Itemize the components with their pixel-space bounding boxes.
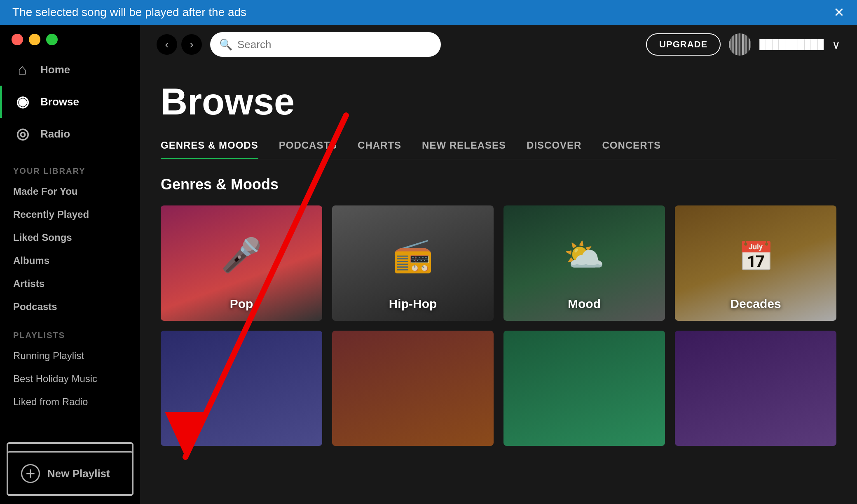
radio-icon: ◎: [13, 125, 31, 142]
mood-icon: ⛅: [564, 236, 605, 275]
upgrade-button[interactable]: UPGRADE: [646, 33, 721, 56]
traffic-light-yellow[interactable]: [29, 34, 40, 45]
traffic-light-red[interactable]: [12, 34, 23, 45]
sidebar-item-radio[interactable]: ◎ Radio: [0, 118, 140, 150]
nav-arrows: ‹ ›: [157, 34, 202, 55]
sidebar: ⌂ Home ◉ Browse ◎ Radio YOUR LIBRARY Mad…: [0, 25, 140, 504]
pop-label: Pop: [161, 297, 322, 311]
back-button[interactable]: ‹: [157, 34, 177, 55]
username-text: ██████████: [759, 39, 824, 50]
sidebar-item-home[interactable]: ⌂ Home: [0, 54, 140, 86]
top-bar: ‹ › 🔍 UPGRADE ██████████ ∨: [140, 25, 857, 64]
sidebar-item-browse-label: Browse: [40, 96, 79, 108]
decades-icon: 📅: [738, 240, 774, 273]
ad-notification-text: The selected song will be played after t…: [12, 6, 834, 19]
traffic-light-green[interactable]: [46, 34, 58, 45]
genre-card-row2c[interactable]: [503, 331, 665, 446]
tab-concerts[interactable]: CONCERTS: [602, 140, 661, 159]
pop-icon: 🎤: [221, 236, 262, 275]
hiphop-icon: 📻: [392, 236, 433, 275]
library-item-albums[interactable]: Albums: [0, 249, 140, 272]
library-item-podcasts[interactable]: Podcasts: [0, 295, 140, 318]
browse-title: Browse: [161, 81, 836, 123]
library-item-recently-played[interactable]: Recently Played: [0, 203, 140, 226]
library-item-liked-songs[interactable]: Liked Songs: [0, 226, 140, 249]
traffic-lights: [0, 25, 140, 54]
genre-card-pop[interactable]: 🎤 Pop: [161, 205, 322, 321]
section-title: Genres & Moods: [161, 176, 836, 193]
main-content: ‹ › 🔍 UPGRADE ██████████ ∨ Browse GENRES…: [140, 25, 857, 504]
forward-button[interactable]: ›: [181, 34, 202, 55]
genre-card-row2b[interactable]: [332, 331, 494, 446]
decades-label: Decades: [675, 297, 836, 311]
playlist-item-liked-radio[interactable]: Liked from Radio: [0, 390, 140, 413]
search-input[interactable]: [237, 38, 432, 51]
library-section-label: YOUR LIBRARY: [0, 158, 140, 180]
title-bar: The selected song will be played after t…: [0, 0, 857, 25]
top-bar-right: UPGRADE ██████████ ∨: [646, 33, 841, 56]
close-button[interactable]: ✕: [834, 5, 845, 20]
genre-card-mood[interactable]: ⛅ Mood: [503, 205, 665, 321]
playlists-section-label: PLAYLISTS: [0, 322, 140, 344]
sidebar-item-radio-label: Radio: [40, 128, 70, 140]
sidebar-item-browse[interactable]: ◉ Browse: [0, 86, 140, 118]
new-playlist-button[interactable]: + New Playlist: [7, 451, 133, 496]
genre-grid: 🎤 Pop 📻 Hip-Hop ⛅ Mood 📅 Decades: [161, 205, 836, 446]
tab-podcasts[interactable]: PODCASTS: [279, 140, 337, 159]
plus-icon: +: [21, 464, 40, 483]
tab-charts[interactable]: CHARTS: [358, 140, 401, 159]
genre-card-decades[interactable]: 📅 Decades: [675, 205, 836, 321]
search-bar[interactable]: 🔍: [210, 32, 441, 57]
sidebar-item-home-label: Home: [40, 63, 70, 76]
dropdown-arrow-icon[interactable]: ∨: [832, 38, 841, 51]
playlist-item-holiday[interactable]: Best Holiday Music: [0, 367, 140, 390]
genre-card-row2a[interactable]: [161, 331, 322, 446]
browse-content: Browse GENRES & MOODS PODCASTS CHARTS NE…: [140, 64, 857, 504]
library-item-made-for-you[interactable]: Made For You: [0, 180, 140, 203]
sidebar-nav: ⌂ Home ◉ Browse ◎ Radio: [0, 54, 140, 158]
new-playlist-label: New Playlist: [47, 467, 110, 480]
tab-discover[interactable]: DISCOVER: [527, 140, 581, 159]
home-icon: ⌂: [13, 61, 31, 78]
library-item-artists[interactable]: Artists: [0, 272, 140, 295]
avatar: [729, 33, 751, 56]
browse-icon: ◉: [13, 93, 31, 110]
search-icon: 🔍: [219, 38, 232, 51]
browse-tabs: GENRES & MOODS PODCASTS CHARTS NEW RELEA…: [161, 140, 836, 159]
genre-card-row2d[interactable]: [675, 331, 836, 446]
avatar-image: [729, 33, 751, 56]
mood-label: Mood: [503, 297, 665, 311]
playlist-item-running[interactable]: Running Playlist: [0, 344, 140, 367]
hiphop-label: Hip-Hop: [332, 297, 494, 311]
genre-card-hiphop[interactable]: 📻 Hip-Hop: [332, 205, 494, 321]
tab-new-releases[interactable]: NEW RELEASES: [422, 140, 506, 159]
tab-genres-moods[interactable]: GENRES & MOODS: [161, 140, 258, 159]
